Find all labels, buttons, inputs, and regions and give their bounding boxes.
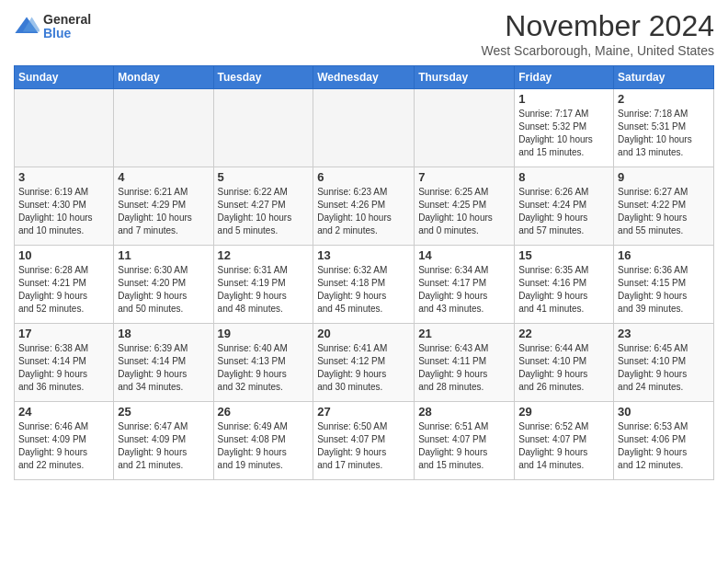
calendar-cell <box>15 89 114 167</box>
calendar-cell: 25Sunrise: 6:47 AM Sunset: 4:09 PM Dayli… <box>114 402 213 480</box>
week-row: 10Sunrise: 6:28 AM Sunset: 4:21 PM Dayli… <box>15 246 714 324</box>
calendar-cell: 6Sunrise: 6:23 AM Sunset: 4:26 PM Daylig… <box>313 167 415 246</box>
day-number: 29 <box>518 405 609 419</box>
calendar-cell: 3Sunrise: 6:19 AM Sunset: 4:30 PM Daylig… <box>15 167 114 246</box>
calendar-cell: 1Sunrise: 7:17 AM Sunset: 5:32 PM Daylig… <box>515 89 614 167</box>
day-number: 12 <box>218 248 310 262</box>
day-number: 28 <box>418 405 510 419</box>
calendar-cell: 5Sunrise: 6:22 AM Sunset: 4:27 PM Daylig… <box>213 167 313 246</box>
logo-general: General <box>43 13 91 27</box>
calendar-cell: 29Sunrise: 6:52 AM Sunset: 4:07 PM Dayli… <box>515 402 614 480</box>
day-number: 10 <box>18 248 109 262</box>
weekday-header: Tuesday <box>213 66 313 89</box>
calendar-cell: 26Sunrise: 6:49 AM Sunset: 4:08 PM Dayli… <box>213 402 313 480</box>
calendar-cell: 10Sunrise: 6:28 AM Sunset: 4:21 PM Dayli… <box>15 246 114 324</box>
week-row: 17Sunrise: 6:38 AM Sunset: 4:14 PM Dayli… <box>15 324 714 402</box>
day-info: Sunrise: 6:36 AM Sunset: 4:15 PM Dayligh… <box>618 264 710 316</box>
day-number: 30 <box>618 405 710 419</box>
day-info: Sunrise: 6:25 AM Sunset: 4:25 PM Dayligh… <box>418 186 510 237</box>
day-info: Sunrise: 6:30 AM Sunset: 4:20 PM Dayligh… <box>118 264 209 316</box>
day-number: 23 <box>618 327 710 340</box>
month-title: November 2024 <box>482 9 714 43</box>
calendar-cell: 16Sunrise: 6:36 AM Sunset: 4:15 PM Dayli… <box>614 246 714 324</box>
week-row: 3Sunrise: 6:19 AM Sunset: 4:30 PM Daylig… <box>15 167 714 246</box>
location: West Scarborough, Maine, United States <box>482 43 714 58</box>
day-number: 21 <box>418 327 510 340</box>
day-info: Sunrise: 6:19 AM Sunset: 4:30 PM Dayligh… <box>18 186 109 237</box>
weekday-header: Saturday <box>614 66 714 89</box>
calendar-cell: 15Sunrise: 6:35 AM Sunset: 4:16 PM Dayli… <box>515 246 614 324</box>
day-number: 15 <box>518 248 609 262</box>
logo-blue: Blue <box>43 27 91 40</box>
day-number: 17 <box>18 327 109 340</box>
day-info: Sunrise: 6:50 AM Sunset: 4:07 PM Dayligh… <box>317 420 410 472</box>
weekday-header: Monday <box>114 66 213 89</box>
day-info: Sunrise: 6:44 AM Sunset: 4:10 PM Dayligh… <box>518 342 609 394</box>
day-number: 22 <box>518 327 609 340</box>
day-number: 20 <box>317 327 410 340</box>
calendar-cell: 2Sunrise: 7:18 AM Sunset: 5:31 PM Daylig… <box>614 89 714 167</box>
title-block: November 2024 West Scarborough, Maine, U… <box>482 9 714 58</box>
calendar-cell: 8Sunrise: 6:26 AM Sunset: 4:24 PM Daylig… <box>515 167 614 246</box>
day-number: 1 <box>518 92 609 106</box>
calendar-cell: 24Sunrise: 6:46 AM Sunset: 4:09 PM Dayli… <box>15 402 114 480</box>
day-info: Sunrise: 6:52 AM Sunset: 4:07 PM Dayligh… <box>518 420 609 472</box>
weekday-header-row: SundayMondayTuesdayWednesdayThursdayFrid… <box>15 66 714 89</box>
day-info: Sunrise: 6:27 AM Sunset: 4:22 PM Dayligh… <box>618 186 710 237</box>
day-number: 27 <box>317 405 410 419</box>
calendar-cell: 7Sunrise: 6:25 AM Sunset: 4:25 PM Daylig… <box>415 167 515 246</box>
calendar-cell: 30Sunrise: 6:53 AM Sunset: 4:06 PM Dayli… <box>614 402 714 480</box>
day-number: 25 <box>118 405 209 419</box>
day-info: Sunrise: 6:46 AM Sunset: 4:09 PM Dayligh… <box>18 420 109 472</box>
day-number: 6 <box>317 170 410 184</box>
calendar-cell: 14Sunrise: 6:34 AM Sunset: 4:17 PM Dayli… <box>415 246 515 324</box>
day-number: 5 <box>218 170 310 184</box>
calendar-cell: 12Sunrise: 6:31 AM Sunset: 4:19 PM Dayli… <box>213 246 313 324</box>
week-row: 24Sunrise: 6:46 AM Sunset: 4:09 PM Dayli… <box>15 402 714 480</box>
calendar-cell <box>415 89 515 167</box>
day-info: Sunrise: 6:23 AM Sunset: 4:26 PM Dayligh… <box>317 186 410 237</box>
day-info: Sunrise: 6:41 AM Sunset: 4:12 PM Dayligh… <box>317 342 410 394</box>
day-number: 19 <box>218 327 310 340</box>
day-info: Sunrise: 6:31 AM Sunset: 4:19 PM Dayligh… <box>218 264 310 316</box>
day-info: Sunrise: 6:47 AM Sunset: 4:09 PM Dayligh… <box>118 420 209 472</box>
calendar-cell <box>313 89 415 167</box>
day-number: 14 <box>418 248 510 262</box>
weekday-header: Friday <box>515 66 614 89</box>
calendar-cell: 19Sunrise: 6:40 AM Sunset: 4:13 PM Dayli… <box>213 324 313 402</box>
day-info: Sunrise: 7:17 AM Sunset: 5:32 PM Dayligh… <box>518 108 609 159</box>
day-info: Sunrise: 6:49 AM Sunset: 4:08 PM Dayligh… <box>218 420 310 472</box>
logo-icon <box>14 14 40 40</box>
day-number: 16 <box>618 248 710 262</box>
day-info: Sunrise: 6:39 AM Sunset: 4:14 PM Dayligh… <box>118 342 209 394</box>
weekday-header: Thursday <box>415 66 515 89</box>
day-info: Sunrise: 6:38 AM Sunset: 4:14 PM Dayligh… <box>18 342 109 394</box>
day-info: Sunrise: 6:32 AM Sunset: 4:18 PM Dayligh… <box>317 264 410 316</box>
day-number: 26 <box>218 405 310 419</box>
logo-text: General Blue <box>43 13 91 41</box>
calendar-cell: 27Sunrise: 6:50 AM Sunset: 4:07 PM Dayli… <box>313 402 415 480</box>
calendar-cell: 13Sunrise: 6:32 AM Sunset: 4:18 PM Dayli… <box>313 246 415 324</box>
day-info: Sunrise: 6:21 AM Sunset: 4:29 PM Dayligh… <box>118 186 209 237</box>
day-info: Sunrise: 7:18 AM Sunset: 5:31 PM Dayligh… <box>618 108 710 159</box>
day-number: 3 <box>18 170 109 184</box>
day-info: Sunrise: 6:45 AM Sunset: 4:10 PM Dayligh… <box>618 342 710 394</box>
day-number: 2 <box>618 92 710 106</box>
day-info: Sunrise: 6:34 AM Sunset: 4:17 PM Dayligh… <box>418 264 510 316</box>
day-number: 13 <box>317 248 410 262</box>
calendar-cell: 21Sunrise: 6:43 AM Sunset: 4:11 PM Dayli… <box>415 324 515 402</box>
calendar-cell: 17Sunrise: 6:38 AM Sunset: 4:14 PM Dayli… <box>15 324 114 402</box>
day-info: Sunrise: 6:35 AM Sunset: 4:16 PM Dayligh… <box>518 264 609 316</box>
calendar-cell <box>213 89 313 167</box>
day-info: Sunrise: 6:51 AM Sunset: 4:07 PM Dayligh… <box>418 420 510 472</box>
calendar-cell: 11Sunrise: 6:30 AM Sunset: 4:20 PM Dayli… <box>114 246 213 324</box>
day-info: Sunrise: 6:28 AM Sunset: 4:21 PM Dayligh… <box>18 264 109 316</box>
calendar-cell <box>114 89 213 167</box>
weekday-header: Wednesday <box>313 66 415 89</box>
day-info: Sunrise: 6:40 AM Sunset: 4:13 PM Dayligh… <box>218 342 310 394</box>
day-info: Sunrise: 6:43 AM Sunset: 4:11 PM Dayligh… <box>418 342 510 394</box>
day-number: 8 <box>518 170 609 184</box>
calendar-cell: 23Sunrise: 6:45 AM Sunset: 4:10 PM Dayli… <box>614 324 714 402</box>
week-row: 1Sunrise: 7:17 AM Sunset: 5:32 PM Daylig… <box>15 89 714 167</box>
day-number: 18 <box>118 327 209 340</box>
